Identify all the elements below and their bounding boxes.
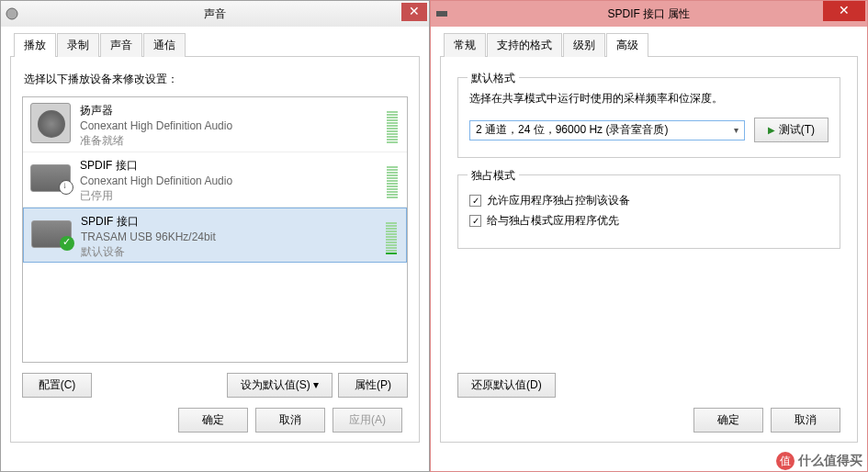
device-name: 扬声器 [80,103,400,118]
restore-defaults-button[interactable]: 还原默认值(D) [457,373,556,398]
device-status: 准备就绪 [80,133,400,149]
checkbox-label: 给与独占模式应用程序优先 [487,213,619,229]
device-name: SPDIF 接口 [80,158,400,174]
window-title: 声音 [204,6,226,22]
tab-strip: 常规 支持的格式 级别 高级 [440,32,858,57]
close-button[interactable]: ✕ [823,1,865,21]
device-item[interactable]: SPDIF 接口 Conexant High Definition Audio … [23,152,407,208]
device-status: 已停用 [80,188,400,204]
spdif-icon [31,220,72,248]
window-title: SPDIF 接口 属性 [607,6,690,22]
device-driver: Conexant High Definition Audio [80,174,400,187]
sound-dialog: 声音 ✕ 播放 录制 声音 通信 选择以下播放设备来修改设置： 扬声器 Cone… [0,0,430,472]
tab-playback[interactable]: 播放 [14,33,56,57]
device-driver: Conexant High Definition Audio [80,119,400,132]
speaker-icon [30,103,71,143]
chevron-down-icon: ▾ [734,125,738,135]
watermark-text: 什么值得买 [798,453,862,469]
configure-button[interactable]: 配置(C) [22,373,92,398]
tab-general[interactable]: 常规 [444,33,486,57]
dialog-buttons: 确定 取消 应用(A) [178,408,402,433]
device-button-row: 配置(C) 设为默认值(S) ▾ 属性(P) [22,373,408,398]
default-check-icon [60,236,74,251]
titlebar: SPDIF 接口 属性 ✕ [431,1,867,27]
dialog-buttons: 确定 取消 应用(A) [693,408,840,433]
checkbox-label: 允许应用程序独占控制该设备 [487,193,630,208]
tab-communications[interactable]: 通信 [143,33,186,57]
watermark: 值 什么值得买 [776,452,862,470]
svg-rect-1 [436,11,447,17]
spdif-icon [30,164,71,192]
instruction-text: 选择以下播放设备来修改设置： [24,72,406,87]
dialog-body: 播放 录制 声音 通信 选择以下播放设备来修改设置： 扬声器 Conexant … [1,27,429,452]
ok-button[interactable]: 确定 [178,408,248,433]
app-icon [5,6,19,21]
titlebar: 声音 ✕ [1,1,429,27]
svg-point-0 [6,8,17,19]
device-item[interactable]: 扬声器 Conexant High Definition Audio 准备就绪 [23,97,407,152]
allow-exclusive-checkbox[interactable]: ✓ [469,195,481,207]
device-name: SPDIF 接口 [81,214,399,230]
watermark-icon: 值 [776,452,795,470]
tab-supported-formats[interactable]: 支持的格式 [487,33,562,57]
level-meter [386,218,397,254]
tab-levels[interactable]: 级别 [563,33,605,57]
device-driver: TRASAM USB 96KHz/24bit [81,230,399,243]
ok-button[interactable]: 确定 [693,408,763,433]
set-default-button[interactable]: 设为默认值(S) ▾ [227,373,333,398]
disabled-overlay-icon [59,180,73,195]
exclusive-priority-checkbox[interactable]: ✓ [469,215,481,227]
group-description: 选择在共享模式中运行时使用的采样频率和位深度。 [469,91,829,107]
app-icon [434,6,449,21]
dialog-body: 常规 支持的格式 级别 高级 默认格式 选择在共享模式中运行时使用的采样频率和位… [431,27,867,452]
properties-button[interactable]: 属性(P) [338,373,408,398]
device-list[interactable]: 扬声器 Conexant High Definition Audio 准备就绪 … [22,96,408,363]
device-item-selected[interactable]: SPDIF 接口 TRASAM USB 96KHz/24bit 默认设备 [23,208,407,263]
combo-value: 2 通道，24 位，96000 Hz (录音室音质) [476,122,668,138]
default-format-group: 默认格式 选择在共享模式中运行时使用的采样频率和位深度。 2 通道，24 位，9… [457,77,840,158]
close-button[interactable]: ✕ [401,3,427,21]
tab-strip: 播放 录制 声音 通信 [10,32,420,57]
properties-dialog: SPDIF 接口 属性 ✕ 常规 支持的格式 级别 高级 默认格式 选择在共享模… [430,0,868,472]
tab-advanced[interactable]: 高级 [606,33,648,57]
group-title: 默认格式 [468,71,519,86]
level-meter [387,162,398,198]
exclusive-mode-group: 独占模式 ✓ 允许应用程序独占控制该设备 ✓ 给与独占模式应用程序优先 [457,174,840,249]
tab-panel: 选择以下播放设备来修改设置： 扬声器 Conexant High Definit… [10,57,420,443]
tab-sounds[interactable]: 声音 [100,33,142,57]
format-combobox[interactable]: 2 通道，24 位，96000 Hz (录音室音质) ▾ [469,120,745,140]
level-meter [387,107,398,143]
tab-recording[interactable]: 录制 [57,33,99,57]
group-title: 独占模式 [468,168,519,184]
cancel-button[interactable]: 取消 [255,408,325,433]
device-status: 默认设备 [81,244,399,260]
tab-panel: 默认格式 选择在共享模式中运行时使用的采样频率和位深度。 2 通道，24 位，9… [440,57,858,443]
apply-button[interactable]: 应用(A) [333,408,402,433]
test-button[interactable]: 测试(T) [754,118,829,142]
cancel-button[interactable]: 取消 [771,408,840,433]
